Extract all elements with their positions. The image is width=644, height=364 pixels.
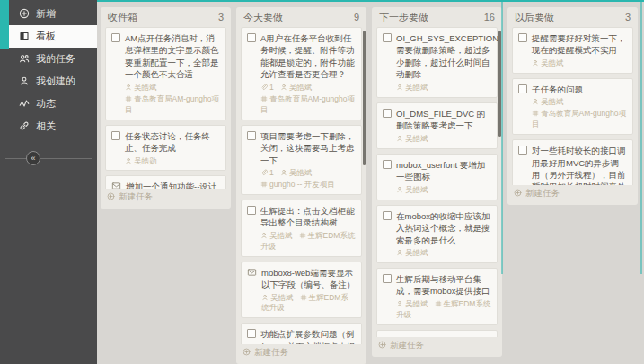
assignee-name: 吴皓斌	[280, 168, 313, 177]
task-card[interactable]: 生辉后期与移动平台集成，需要mobox提供接口吴皓斌生辉EDM系统升级	[376, 268, 498, 325]
task-checkbox[interactable]	[111, 131, 120, 140]
task-card[interactable]: OI_GH_SYS_EXCEPTION 需要做删除策略，超过多少删除，超过什么时…	[376, 27, 498, 98]
meta-text: 吴皓勋	[134, 156, 157, 165]
task-body: 对一些耗时较长的接口调用最好用MVC的异步调用（另外开线程），目前暂时用加长超时…	[532, 145, 627, 185]
project-icon	[435, 299, 444, 308]
task-checkbox[interactable]	[518, 146, 527, 155]
task-checkbox[interactable]	[518, 84, 527, 93]
sidebar-item-kanban[interactable]: 看板	[9, 25, 97, 48]
sidebar-nav: 新增看板我的任务我创建的动态相关	[0, 0, 97, 138]
task-checkbox[interactable]	[111, 33, 120, 42]
task-title: 在mobox的收缩中应该加入热词这个概念，就是搜索最多的是什么	[396, 210, 491, 246]
board-column: 今天要做9A用户在任务平台收到任务时候，提醒、附件等功能都是锁定的，附件功能允许…	[236, 7, 366, 364]
meta-line: 青岛教育局AM-gungho项目	[125, 94, 220, 116]
task-body: 功能点扩展参数问题（例如：26首页文档柜点击报错）陈志武	[260, 328, 356, 344]
column-title: 收件箱	[108, 11, 137, 24]
task-card[interactable]: mobox_userfont 要增加一些图标吴皓斌	[376, 154, 498, 200]
plus-circle-icon	[514, 189, 522, 199]
new-task-button[interactable]: 新建任务	[241, 346, 362, 360]
sidebar-item-my-tasks[interactable]: 我的任务	[0, 48, 97, 70]
sidebar-collapse-toggle[interactable]: «	[26, 151, 40, 165]
task-checkbox[interactable]	[383, 109, 392, 118]
task-meta: 1吴皓斌gungho -- 开发项目	[260, 168, 356, 191]
task-checkbox[interactable]	[247, 206, 256, 215]
meta-line: 吴皓斌	[532, 97, 627, 108]
task-card[interactable]: AM点开任务消息时，消息弹框里的文字显示颜色要重新配置一下，全部是一个颜色不太合…	[105, 27, 226, 120]
task-card[interactable]: 子任务的问题吴皓斌青岛教育局AM-gungho项目	[512, 78, 633, 135]
board-scroll-track	[501, 0, 503, 274]
users-icon	[19, 53, 30, 66]
task-checkbox[interactable]	[247, 33, 256, 42]
new-task-button[interactable]: 新建任务	[512, 187, 633, 200]
sidebar-item-activity[interactable]: 动态	[0, 93, 97, 115]
task-card[interactable]: 在mobox的收缩中应该加入热词这个概念，就是搜索最多的是什么吴皓斌	[376, 205, 498, 263]
sidebar-item-related[interactable]: 相关	[0, 115, 97, 138]
task-card[interactable]: 增加一个通知功能--设计吴皓斌NetDisk网盘及文档管理---改进开发商品化	[105, 175, 226, 189]
task-checkbox[interactable]	[518, 33, 527, 42]
task-checkbox[interactable]	[247, 329, 256, 338]
column-scrollbar[interactable]	[363, 31, 366, 165]
task-checkbox[interactable]	[383, 211, 392, 220]
assignee-name: 吴皓斌	[125, 83, 157, 92]
meta-text: 青岛教育局AM-gungho项目	[125, 94, 219, 114]
task-meta: 吴皓斌青岛教育局AM-gungho项目	[532, 97, 627, 130]
task-card[interactable]: mobox8-web端需要显示以下字段（编号、备注）吴皓斌生辉EDM系统升级	[241, 262, 362, 319]
assignee-name: 吴皓斌	[396, 134, 428, 143]
task-card[interactable]: 任务状态讨论，任务终止、任务完成吴皓勋	[105, 125, 226, 172]
meta-line: 吴皓斌	[532, 58, 627, 69]
meta-line: 青岛教育局AM-gungho项目	[532, 109, 627, 130]
task-body: 增加一个通知功能--设计吴皓斌NetDisk网盘及文档管理---改进开发商品化	[126, 181, 220, 189]
task-body: 在mobox的收缩中应该加入热词这个概念，就是搜索最多的是什么吴皓斌	[396, 210, 491, 259]
task-card[interactable]: 提醒需要好好对策一下，现在的提醒模式不实用吴皓斌	[512, 27, 633, 74]
assignee-name: 吴皓斌	[261, 293, 294, 302]
task-card[interactable]: 生辉提出：点击文档柜能导出整个目录结构树吴皓斌生辉EDM系统升级	[241, 200, 362, 257]
assignee-name: 吴皓斌	[396, 299, 428, 308]
sidebar-item-label: 动态	[36, 97, 56, 111]
task-title: 生辉后期与移动平台集成，需要mobox提供接口	[396, 273, 491, 297]
person-icon	[280, 168, 289, 177]
task-card[interactable]: 项目需要考虑一下删除，关闭，这块需要马上考虑一下1吴皓斌gungho -- 开发…	[241, 125, 362, 195]
task-checkbox[interactable]	[383, 33, 392, 42]
divider	[5, 158, 92, 159]
person-icon	[532, 58, 541, 67]
task-card[interactable]: 对一些耗时较长的接口调用最好用MVC的异步调用（另外开线程），目前暂时用加长超时…	[512, 139, 633, 185]
task-checkbox[interactable]	[383, 274, 392, 283]
assignee-name: 吴皓斌	[396, 83, 428, 92]
sidebar-item-add[interactable]: 新增	[0, 3, 97, 25]
columns: 收件箱3AM点开任务消息时，消息弹框里的文字显示颜色要重新配置一下，全部是一个颜…	[101, 7, 638, 364]
task-title: 子任务的问题	[532, 84, 627, 95]
meta-line: 吴皓斌生辉EDM系统升级	[260, 231, 356, 253]
meta-line: 吴皓斌生辉EDM系统升级	[261, 293, 356, 315]
task-card[interactable]: 功能点扩展参数问题（例如：26首页文档柜点击报错）陈志武	[241, 323, 362, 344]
meta-line: 吴皓斌	[396, 83, 491, 93]
card-list: A用户在任务平台收到任务时候，提醒、附件等功能都是锁定的，附件功能允许查看是否更…	[241, 27, 362, 344]
new-task-button[interactable]: 新建任务	[105, 191, 226, 204]
envelope-icon	[111, 182, 121, 189]
board-column: 收件箱3AM点开任务消息时，消息弹框里的文字显示颜色要重新配置一下，全部是一个颜…	[101, 7, 231, 209]
task-body: 生辉后期与移动平台集成，需要mobox提供接口吴皓斌生辉EDM系统升级	[396, 273, 491, 321]
task-card[interactable]: solr服务停止的一个过程描述吴皓斌锦江DMS项目	[376, 330, 498, 337]
column-header: 今天要做9	[241, 7, 362, 27]
person-icon	[396, 185, 405, 194]
card-list: OI_GH_SYS_EXCEPTION 需要做删除策略，超过多少删除，超过什么时…	[376, 27, 498, 337]
sidebar-item-created-by-me[interactable]: 我创建的	[0, 70, 97, 93]
card-list: AM点开任务消息时，消息弹框里的文字显示颜色要重新配置一下，全部是一个颜色不太合…	[105, 27, 226, 189]
person-icon	[125, 156, 134, 165]
task-card[interactable]: OI_DMS_FILE_DVC 的删除策略要考虑一下吴皓斌	[376, 102, 498, 149]
meta-line: 吴皓斌	[396, 248, 491, 259]
task-checkbox[interactable]	[247, 131, 256, 140]
new-task-button[interactable]: 新建任务	[376, 339, 498, 352]
task-meta: 吴皓斌生辉EDM系统升级	[260, 231, 356, 253]
sidebar-item-label: 相关	[36, 120, 56, 133]
card-list: 提醒需要好好对策一下，现在的提醒模式不实用吴皓斌子任务的问题吴皓斌青岛教育局AM…	[512, 27, 633, 185]
person-icon	[260, 231, 269, 240]
project-icon	[300, 293, 309, 302]
task-meta: 吴皓斌	[396, 134, 491, 145]
plus-circle-icon	[107, 192, 115, 202]
task-meta: 吴皓斌	[396, 185, 491, 196]
assignee-name: 吴皓斌	[396, 248, 428, 257]
meta-line: 1吴皓斌	[260, 83, 356, 93]
task-card[interactable]: A用户在任务平台收到任务时候，提醒、附件等功能都是锁定的，附件功能允许查看是否更…	[241, 27, 362, 120]
task-checkbox[interactable]	[383, 160, 392, 169]
project-icon	[125, 94, 134, 103]
